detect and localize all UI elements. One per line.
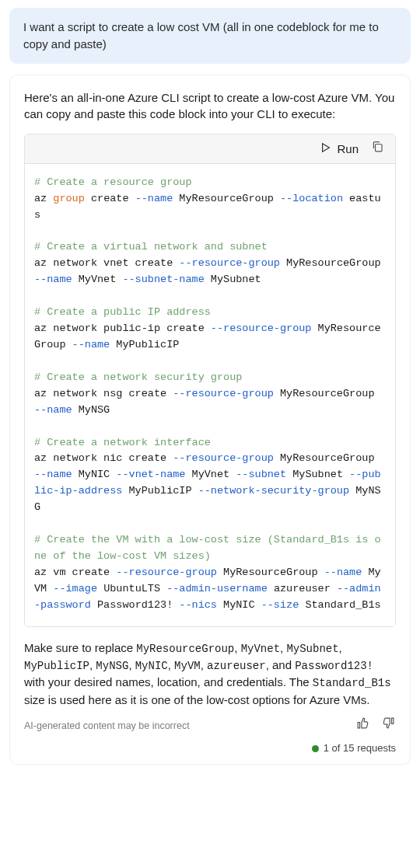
code-content[interactable]: # Create a resource group az group creat…	[25, 164, 395, 626]
feedback-buttons	[355, 716, 396, 735]
user-message-text: I want a script to create a low cost VM …	[23, 20, 379, 51]
assistant-response-card: Here's an all-in-one Azure CLI script to…	[9, 75, 411, 765]
response-intro: Here's an all-in-one Azure CLI script to…	[24, 89, 396, 124]
svg-marker-0	[323, 143, 330, 152]
user-message: I want a script to create a low cost VM …	[9, 8, 411, 64]
requests-counter: 1 of 15 requests	[24, 741, 396, 756]
copy-icon	[371, 140, 384, 158]
response-outro: Make sure to replace MyResourceGroup, My…	[24, 640, 396, 709]
code-header: Run	[25, 134, 395, 164]
requests-text: 1 of 15 requests	[324, 741, 396, 756]
disclaimer-text: AI-generated content may be incorrect	[24, 719, 190, 733]
response-footer: AI-generated content may be incorrect	[24, 716, 396, 735]
thumbs-up-button[interactable]	[355, 716, 370, 735]
run-label: Run	[337, 141, 359, 158]
play-icon	[320, 141, 331, 158]
copy-button[interactable]	[371, 140, 384, 158]
status-dot-icon	[312, 745, 319, 752]
thumbs-down-button[interactable]	[381, 716, 396, 735]
run-button[interactable]: Run	[320, 141, 359, 158]
code-block: Run # Create a resource group az group c…	[24, 134, 396, 627]
svg-rect-1	[376, 145, 383, 152]
thumbs-up-icon	[355, 716, 370, 730]
thumbs-down-icon	[381, 716, 396, 730]
